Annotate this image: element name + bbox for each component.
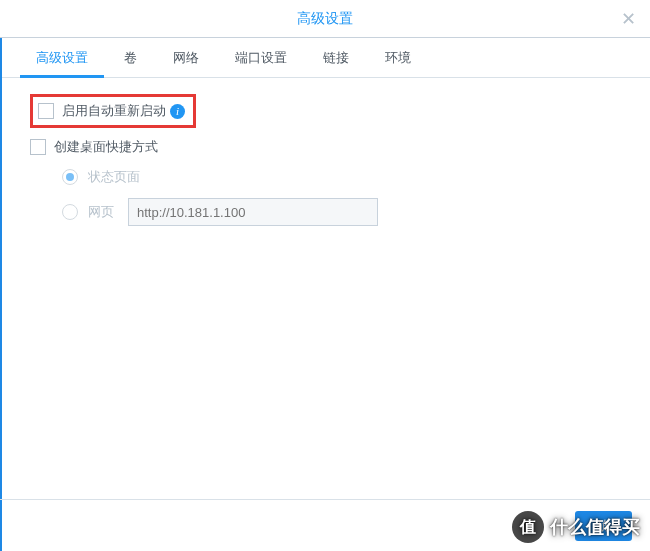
status-page-row: 状态页面: [62, 168, 620, 186]
status-page-radio[interactable]: [62, 169, 78, 185]
shortcut-radio-group: 状态页面 网页: [30, 168, 620, 226]
tab-network[interactable]: 网络: [155, 39, 217, 77]
titlebar: 高级设置 ✕: [0, 0, 650, 38]
tab-links[interactable]: 链接: [305, 39, 367, 77]
dialog-title: 高级设置: [297, 10, 353, 28]
web-page-radio[interactable]: [62, 204, 78, 220]
info-icon[interactable]: i: [170, 104, 185, 119]
desktop-shortcut-label: 创建桌面快捷方式: [54, 138, 158, 156]
web-page-label: 网页: [88, 203, 114, 221]
tab-volume[interactable]: 卷: [106, 39, 155, 77]
tabs: 高级设置 卷 网络 端口设置 链接 环境: [0, 38, 650, 78]
content: 启用自动重新启动 i 创建桌面快捷方式 状态页面 网页: [0, 78, 650, 254]
desktop-shortcut-row: 创建桌面快捷方式: [30, 138, 620, 156]
tab-advanced[interactable]: 高级设置: [18, 39, 106, 77]
auto-restart-checkbox[interactable]: [38, 103, 54, 119]
close-icon[interactable]: ✕: [621, 10, 636, 28]
tab-port[interactable]: 端口设置: [217, 39, 305, 77]
footer: 确: [0, 499, 650, 551]
web-page-url-input[interactable]: [128, 198, 378, 226]
tab-env[interactable]: 环境: [367, 39, 429, 77]
status-page-label: 状态页面: [88, 168, 140, 186]
web-page-row: 网页: [62, 198, 620, 226]
desktop-shortcut-checkbox[interactable]: [30, 139, 46, 155]
auto-restart-row: 启用自动重新启动 i: [30, 94, 196, 128]
confirm-button[interactable]: 确: [575, 511, 632, 541]
auto-restart-label: 启用自动重新启动: [62, 102, 166, 120]
